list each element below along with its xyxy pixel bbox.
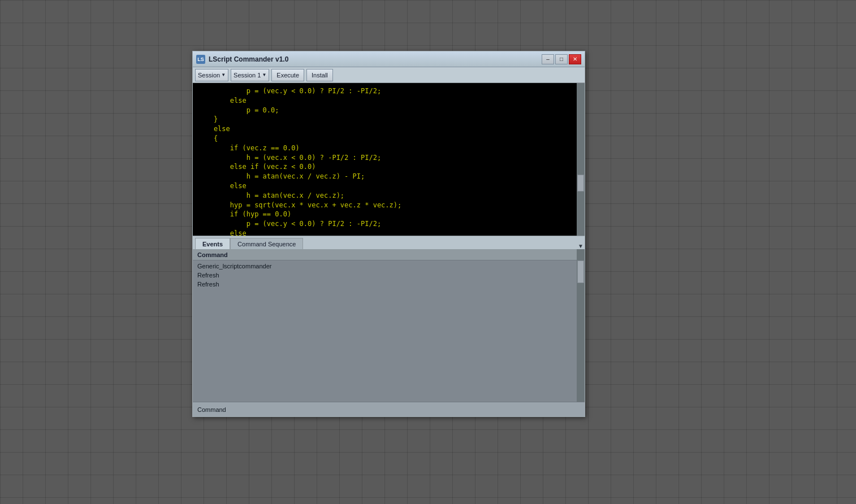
- events-header: Command: [193, 249, 585, 260]
- code-wrapper: p = (vec.y < 0.0) ? PI/2 : -PI/2; else p…: [193, 83, 585, 236]
- title-bar: LS LScript Commander v1.0 – □ ✕: [193, 51, 585, 67]
- event-row-text-0: Generic_lscriptcommander: [197, 263, 271, 270]
- list-item[interactable]: Refresh: [193, 271, 585, 280]
- list-item[interactable]: Generic_lscriptcommander: [193, 262, 585, 271]
- tabs-area: Events Command Sequence ▼: [193, 236, 585, 249]
- list-item[interactable]: Refresh: [193, 280, 585, 289]
- code-scroll-area[interactable]: p = (vec.y < 0.0) ? PI/2 : -PI/2; else p…: [193, 83, 585, 236]
- session1-label: Session 1: [234, 72, 261, 79]
- install-button[interactable]: Install: [306, 69, 333, 81]
- events-scrollbar-thumb[interactable]: [577, 260, 584, 283]
- toolbar: Session ▼ Session 1 ▼ Execute Install: [193, 67, 585, 83]
- window-title: LScript Commander v1.0: [209, 55, 542, 63]
- events-scrollbar-vertical[interactable]: [577, 249, 585, 402]
- events-list[interactable]: Generic_lscriptcommander Refresh Refresh: [193, 260, 585, 402]
- events-column-label: Command: [197, 251, 228, 258]
- event-row-text-1: Refresh: [197, 272, 219, 279]
- maximize-button[interactable]: □: [555, 54, 568, 64]
- events-panel: Command Generic_lscriptcommander Refresh…: [193, 249, 585, 402]
- title-bar-buttons: – □ ✕: [542, 54, 581, 64]
- command-bar: Command: [193, 402, 585, 416]
- code-content: p = (vec.y < 0.0) ? PI/2 : -PI/2; else p…: [197, 86, 572, 236]
- session-label: Session: [198, 72, 220, 79]
- code-scrollbar-thumb[interactable]: [577, 175, 584, 192]
- code-editor[interactable]: p = (vec.y < 0.0) ? PI/2 : -PI/2; else p…: [193, 83, 577, 236]
- app-icon-text: LS: [197, 57, 204, 62]
- event-row-text-2: Refresh: [197, 281, 219, 288]
- tab-command-sequence[interactable]: Command Sequence: [230, 238, 303, 249]
- app-icon: LS: [196, 55, 205, 64]
- minimize-button[interactable]: –: [542, 54, 554, 64]
- tab-events[interactable]: Events: [195, 238, 230, 249]
- main-window: LS LScript Commander v1.0 – □ ✕ Session …: [192, 51, 585, 417]
- command-bar-label: Command: [197, 406, 226, 413]
- session-dropdown[interactable]: Session ▼: [195, 69, 228, 81]
- session1-dropdown-arrow: ▼: [262, 72, 266, 77]
- tab-scroll-arrow[interactable]: ▼: [578, 243, 583, 249]
- session1-dropdown[interactable]: Session 1 ▼: [231, 69, 269, 81]
- close-button[interactable]: ✕: [569, 54, 581, 64]
- code-scrollbar-vertical[interactable]: [577, 83, 585, 236]
- session-dropdown-arrow: ▼: [221, 72, 226, 77]
- execute-button[interactable]: Execute: [271, 69, 304, 81]
